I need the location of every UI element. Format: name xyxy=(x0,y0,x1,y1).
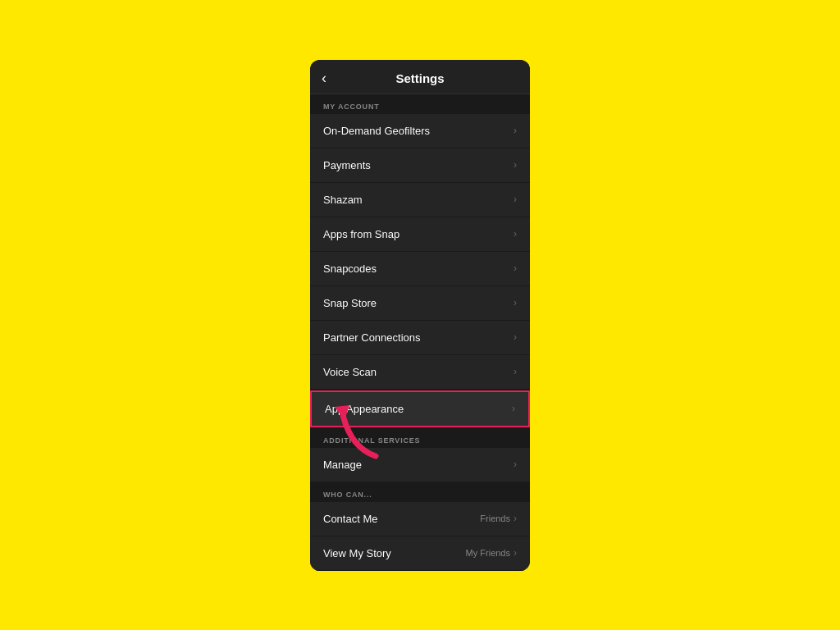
menu-item-snap-store[interactable]: Snap Store › xyxy=(310,286,530,321)
chevron-icon: › xyxy=(514,297,517,308)
menu-item-view-my-story[interactable]: View My Story My Friends › xyxy=(310,536,530,571)
menu-item-payments[interactable]: Payments › xyxy=(310,148,530,183)
chevron-icon: › xyxy=(514,547,517,559)
chevron-icon: › xyxy=(514,125,517,136)
chevron-icon: › xyxy=(514,366,517,377)
phone-screen: ‹ Settings MY ACCOUNT On-Demand Geofilte… xyxy=(310,60,530,571)
chevron-icon: › xyxy=(512,403,515,414)
menu-item-manage[interactable]: Manage › xyxy=(310,448,530,482)
back-button[interactable]: ‹ xyxy=(322,70,326,87)
chevron-icon: › xyxy=(514,262,517,274)
chevron-icon: › xyxy=(514,513,517,524)
chevron-icon: › xyxy=(514,228,517,240)
menu-item-shazam[interactable]: Shazam › xyxy=(310,183,530,217)
chevron-icon: › xyxy=(514,331,517,343)
menu-item-partner-connections[interactable]: Partner Connections › xyxy=(310,321,530,355)
menu-item-snapcodes[interactable]: Snapcodes › xyxy=(310,252,530,286)
section-label-who-can: WHO CAN... xyxy=(310,482,530,502)
menu-item-contact-me[interactable]: Contact Me Friends › xyxy=(310,502,530,536)
menu-item-app-appearance[interactable]: App Appearance › xyxy=(310,390,530,427)
chevron-icon: › xyxy=(514,459,517,470)
section-label-additional-services: ADDITIONAL SERVICES xyxy=(310,428,530,448)
chevron-icon: › xyxy=(514,159,517,171)
menu-item-apps-from-snap[interactable]: Apps from Snap › xyxy=(310,217,530,252)
menu-item-on-demand-geofilters[interactable]: On-Demand Geofilters › xyxy=(310,114,530,148)
page-title: Settings xyxy=(323,71,517,85)
menu-item-voice-scan[interactable]: Voice Scan › xyxy=(310,355,530,390)
section-label-my-account: MY ACCOUNT xyxy=(310,94,530,114)
settings-header: ‹ Settings xyxy=(310,60,530,94)
chevron-icon: › xyxy=(514,194,517,205)
